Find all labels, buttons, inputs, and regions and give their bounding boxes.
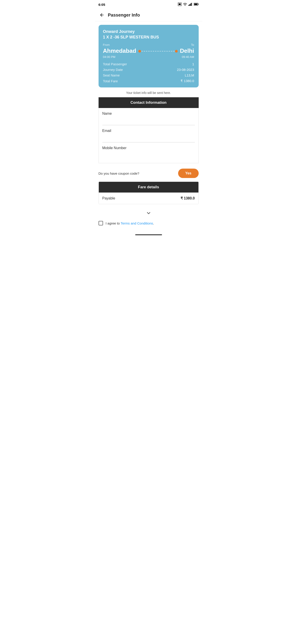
back-button[interactable] [99,12,105,18]
coupon-question: Do you have coupon code? [99,172,139,175]
fare-section-header: Fare details [99,182,198,192]
to-label: To [180,43,194,46]
route-dashed-line [141,51,175,52]
status-bar: 6:05 [95,0,202,9]
svg-rect-7 [192,3,192,6]
detail-value-1: 23-08-2023 [177,68,194,72]
fare-section-title: Fare details [138,185,159,189]
ticket-info-text: Your ticket info will be sent here. [99,91,199,94]
svg-rect-6 [191,3,192,6]
terms-link[interactable]: Terms and Conditions [121,222,153,225]
detail-row: Total Passenger 1 [103,62,194,66]
terms-checkbox[interactable] [99,221,103,226]
form-label-2: Mobile Number [102,146,195,150]
wifi-icon [183,3,187,6]
route-from: From Ahmedabad 04:00 PM [103,43,136,58]
status-icons [178,2,199,7]
journey-label: Onward Journey [103,29,194,34]
page-title: Passenger Info [108,12,140,18]
form-field-name: Name [102,108,195,125]
svg-rect-9 [194,4,197,5]
period-text: . [153,222,154,225]
from-city: Ahmedabad [103,48,136,54]
from-label: From [103,43,136,46]
journey-card: Onward Journey 1 X 2 -36 SLP WESTERN BUS… [99,25,199,88]
detail-label-2: Seat Name [103,73,120,77]
yes-coupon-button[interactable]: Yes [178,168,199,178]
chevron-container [99,208,199,219]
form-field-mobile-number: Mobile Number [102,142,195,160]
contact-form: Name Email Mobile Number [99,108,199,163]
coupon-section: Do you have coupon code? Yes [99,167,199,182]
form-input-1[interactable] [102,134,195,140]
bus-info: 1 X 2 -36 SLP WESTERN BUS [103,35,194,40]
sim-icon [178,2,182,7]
contact-section-title: Contact Information [130,100,167,105]
fare-value-0: ₹ 1380.0 [181,196,195,200]
fare-row: Payable ₹ 1380.0 [99,192,198,204]
svg-rect-5 [190,4,191,6]
detail-value-0: 1 [192,62,194,66]
form-label-0: Name [102,112,195,116]
detail-row: Seat Name L13,M [103,73,194,77]
route-line [136,50,180,52]
route-dot-start [138,50,141,52]
svg-rect-4 [189,4,190,6]
route-to: To Delhi 09:40 AM [180,43,194,58]
detail-row: Total Fare ₹ 1380.0 [103,79,194,83]
main-content: Onward Journey 1 X 2 -36 SLP WESTERN BUS… [95,21,202,232]
contact-section: Contact Information Name Email Mobile Nu… [99,97,199,163]
signal-icon [188,3,192,6]
detail-label-1: Journey Date [103,68,123,72]
detail-label-0: Total Passenger [103,62,127,66]
agree-text: I agree to [106,222,121,225]
form-label-1: Email [102,129,195,133]
svg-rect-3 [188,5,189,6]
svg-rect-1 [179,4,181,5]
battery-icon [194,3,199,6]
to-time: 09:40 AM [180,55,194,58]
detail-value-2: L13,M [185,73,194,77]
detail-row: Journey Date 23-08-2023 [103,68,194,72]
svg-point-2 [185,5,185,6]
fare-section: Fare details Payable ₹ 1380.0 [99,182,199,204]
journey-details: Total Passenger 1 Journey Date 23-08-202… [103,62,194,83]
form-input-0[interactable] [102,118,195,123]
journey-route: From Ahmedabad 04:00 PM To Delhi 09:40 A… [103,43,194,58]
detail-value-3: ₹ 1380.0 [181,79,194,83]
detail-label-3: Total Fare [103,79,118,83]
fare-label-0: Payable [102,196,115,200]
to-city: Delhi [180,48,194,54]
contact-section-header: Contact Information [99,97,199,108]
terms-row: I agree to Terms and Conditions. [99,219,199,229]
terms-text: I agree to Terms and Conditions. [106,222,154,225]
from-time: 04:00 PM [103,55,136,58]
form-field-email: Email [102,125,195,142]
form-input-2[interactable] [102,152,195,158]
app-header: Passenger Info [95,9,202,21]
status-time: 6:05 [99,3,105,6]
bottom-nav-indicator [135,234,162,235]
chevron-down-button[interactable] [145,210,152,217]
route-dot-end [175,50,178,52]
